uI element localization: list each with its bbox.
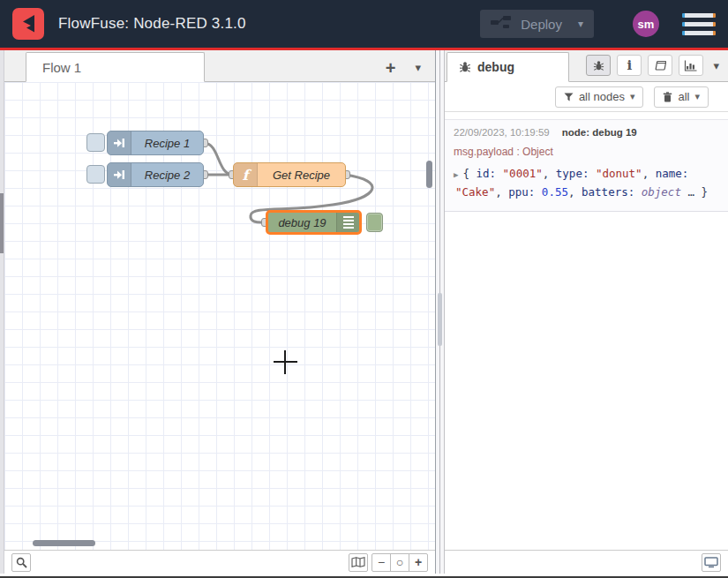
bug-icon [459, 61, 471, 73]
open-in-window-button[interactable] [702, 553, 721, 572]
app-title: FlowFuse: Node-RED 3.1.0 [58, 15, 246, 33]
debug-toggle-button[interactable] [366, 213, 383, 232]
info-pane-button[interactable]: i [617, 55, 642, 76]
node-label: debug 19 [268, 213, 336, 232]
filter-nodes-button[interactable]: all nodes ▾ [555, 86, 644, 108]
clear-label: all [678, 90, 689, 103]
splitter-thumb[interactable] [438, 293, 442, 346]
node-recipe-2[interactable]: Recipe 2 [107, 162, 204, 187]
wire-recipe1-getrecipe[interactable] [204, 143, 233, 175]
clear-messages-button[interactable]: all ▾ [654, 86, 709, 108]
search-button[interactable] [11, 553, 31, 572]
flowfuse-logo-icon [12, 8, 44, 40]
deploy-icon [491, 15, 512, 34]
sidebar-splitter[interactable] [435, 50, 445, 574]
sidebar-footer [445, 550, 728, 574]
navigator-button[interactable] [349, 553, 368, 572]
node-label: Get Recipe [258, 163, 345, 186]
node-label: Recipe 1 [131, 131, 203, 154]
debug-message[interactable]: 22/09/2023, 10:19:59 node: debug 19 msg.… [445, 119, 728, 212]
sidebar-tab-label: debug [477, 60, 514, 74]
sidebar-menu-caret-icon[interactable]: ▾ [713, 59, 719, 72]
clear-caret-icon: ▾ [694, 91, 700, 102]
node-debug-19[interactable]: debug 19 [266, 210, 362, 235]
map-icon [351, 557, 365, 567]
filter-icon [564, 93, 574, 101]
sidebar: debug i [445, 50, 728, 574]
message-payload: ▶{ id: "0001", type: "donut", name: "Cak… [454, 165, 719, 200]
node-recipe-1[interactable]: Recipe 1 [107, 131, 204, 155]
inject-button-recipe1[interactable] [86, 133, 105, 152]
menu-bar-icon [682, 31, 716, 35]
filter-label: all nodes [579, 90, 625, 103]
message-property-path: msg.payload : Object [454, 146, 719, 158]
zoom-out-button[interactable]: − [372, 553, 391, 572]
message-source-node[interactable]: node: debug 19 [562, 127, 637, 138]
dashboard-pane-button[interactable] [679, 55, 703, 76]
debug-pane-button[interactable] [586, 55, 611, 76]
book-icon [654, 60, 666, 71]
flow-tab-label: Flow 1 [42, 60, 81, 75]
add-flow-button[interactable]: + [386, 62, 396, 74]
deploy-label: Deploy [521, 17, 562, 32]
main-menu-button[interactable] [682, 13, 716, 35]
debug-toolbar: all nodes ▾ all ▾ [445, 82, 728, 112]
canvas-footer: − ○ + [4, 550, 435, 574]
sidebar-tabbar: debug i [445, 50, 728, 82]
bug-icon [593, 60, 604, 71]
canvas-hscroll-thumb[interactable] [33, 540, 95, 546]
debug-message-list: 22/09/2023, 10:19:59 node: debug 19 msg.… [445, 112, 728, 550]
flow-canvas[interactable]: Recipe 1 Recipe 2 f Get Recipe [4, 82, 435, 550]
node-label: Recipe 2 [131, 163, 203, 186]
flow-tabbar: Flow 1 + ▾ [4, 50, 435, 82]
filter-caret-icon: ▾ [630, 91, 635, 102]
help-pane-button[interactable] [648, 55, 672, 76]
expand-caret-icon[interactable]: ▶ [454, 170, 458, 179]
bar-chart-icon [684, 60, 698, 71]
tab-flow-1[interactable]: Flow 1 [26, 52, 205, 82]
debug-console-icon [336, 213, 359, 232]
inject-icon [108, 131, 131, 154]
monitor-icon [704, 557, 718, 568]
tab-debug[interactable]: debug [447, 52, 569, 82]
info-icon: i [627, 57, 633, 73]
zoom-reset-button[interactable]: ○ [390, 553, 409, 572]
trash-icon [663, 92, 672, 102]
search-icon [16, 557, 27, 568]
function-icon: f [234, 163, 258, 186]
menu-bar-icon [682, 13, 716, 18]
node-get-recipe[interactable]: f Get Recipe [233, 162, 346, 187]
inject-button-recipe2[interactable] [86, 165, 105, 184]
node-red-window: FlowFuse: Node-RED 3.1.0 Deploy ▾ sm [0, 0, 728, 578]
inject-icon [108, 163, 131, 186]
message-timestamp: 22/09/2023, 10:19:59 [454, 127, 550, 138]
deploy-button[interactable]: Deploy ▾ [480, 10, 594, 38]
flow-list-caret-icon[interactable]: ▾ [415, 61, 421, 74]
zoom-in-button[interactable]: + [409, 553, 428, 572]
canvas-vscroll-thumb[interactable] [426, 161, 432, 188]
header-bar: FlowFuse: Node-RED 3.1.0 Deploy ▾ sm [0, 0, 728, 50]
deploy-caret-icon[interactable]: ▾ [578, 18, 583, 30]
palette-scroll-thumb[interactable] [0, 193, 4, 253]
wires-layer [4, 82, 435, 550]
menu-bar-icon [682, 22, 716, 26]
user-avatar[interactable]: sm [633, 11, 659, 37]
